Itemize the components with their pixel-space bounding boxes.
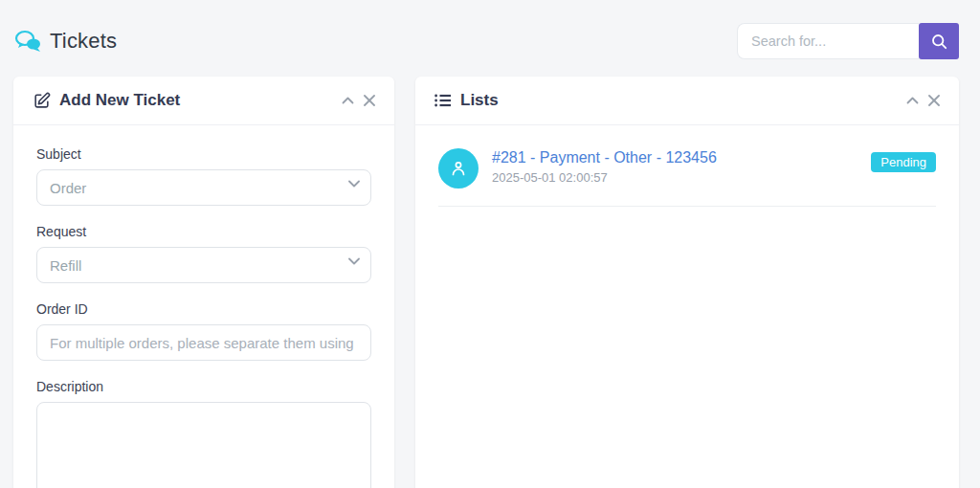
search-icon: [931, 33, 947, 50]
edit-icon: [33, 92, 51, 110]
add-ticket-form: Subject Order Request Refill: [13, 125, 394, 488]
subject-label: Subject: [36, 146, 371, 162]
page-title-wrap: Tickets: [13, 29, 117, 54]
ticket-title-link[interactable]: #281 - Payment - Other - 123456: [492, 149, 717, 166]
page-title: Tickets: [50, 29, 117, 54]
close-icon[interactable]: [928, 95, 940, 106]
ticket-list-item[interactable]: #281 - Payment - Other - 123456 2025-05-…: [438, 148, 936, 207]
topbar: Tickets: [0, 0, 980, 77]
ticket-text: #281 - Payment - Other - 123456 2025-05-…: [492, 148, 858, 185]
lists-card-actions: [906, 95, 940, 106]
subject-group: Subject Order: [36, 146, 371, 206]
lists-card-title-wrap: Lists: [434, 91, 499, 110]
ticket-timestamp: 2025-05-01 02:00:57: [492, 170, 858, 185]
subject-select-wrap: Order: [36, 169, 371, 206]
description-label: Description: [36, 379, 371, 394]
collapse-icon[interactable]: [342, 97, 354, 104]
order-id-label: Order ID: [36, 301, 371, 317]
request-label: Request: [36, 224, 371, 239]
add-ticket-card-title-wrap: Add New Ticket: [33, 91, 180, 110]
search-input[interactable]: [737, 23, 919, 59]
user-icon: [449, 159, 468, 178]
collapse-icon[interactable]: [906, 97, 919, 104]
order-id-input[interactable]: [36, 324, 371, 361]
lists-card-header: Lists: [415, 77, 959, 125]
lists-card-title: Lists: [460, 91, 499, 110]
request-select[interactable]: Refill: [36, 247, 371, 283]
description-group: Description: [36, 379, 371, 488]
lists-card: Lists: [415, 77, 959, 488]
add-ticket-card: Add New Ticket Subject Order: [13, 77, 394, 488]
search-group: [737, 23, 959, 59]
list-icon: [434, 93, 452, 108]
user-avatar: [438, 148, 479, 189]
search-button[interactable]: [919, 23, 959, 59]
chat-bubbles-icon: [13, 29, 42, 54]
content-area: Add New Ticket Subject Order: [0, 77, 980, 488]
close-icon[interactable]: [364, 95, 375, 106]
order-id-group: Order ID: [36, 301, 371, 361]
status-badge: Pending: [871, 152, 936, 172]
request-select-wrap: Refill: [36, 247, 371, 283]
add-ticket-card-header: Add New Ticket: [13, 77, 394, 125]
add-ticket-card-title: Add New Ticket: [59, 91, 180, 110]
subject-select[interactable]: Order: [36, 169, 371, 206]
request-group: Request Refill: [36, 224, 371, 283]
tickets-list: #281 - Payment - Other - 123456 2025-05-…: [415, 125, 959, 230]
add-ticket-card-actions: [342, 95, 375, 106]
description-textarea[interactable]: [36, 402, 371, 488]
